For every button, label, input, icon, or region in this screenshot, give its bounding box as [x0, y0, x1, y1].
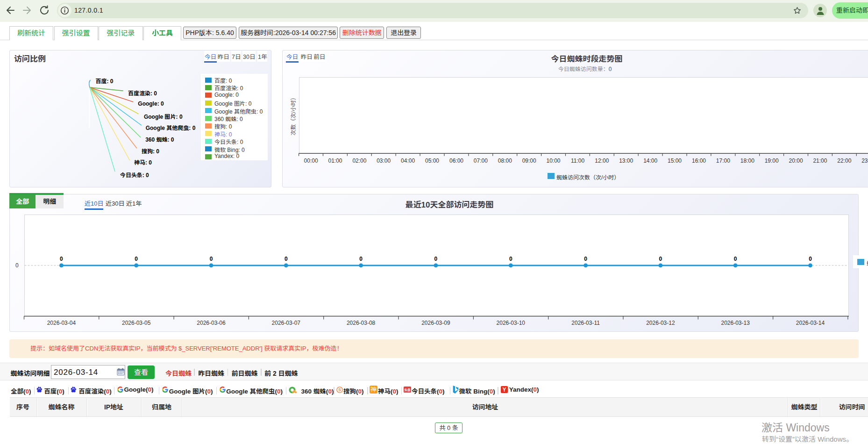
- svg-text:神: 神: [370, 386, 377, 394]
- svg-text:S: S: [338, 388, 341, 392]
- svg-text:Y: Y: [502, 387, 506, 393]
- svg-text:头条: 头条: [404, 387, 411, 392]
